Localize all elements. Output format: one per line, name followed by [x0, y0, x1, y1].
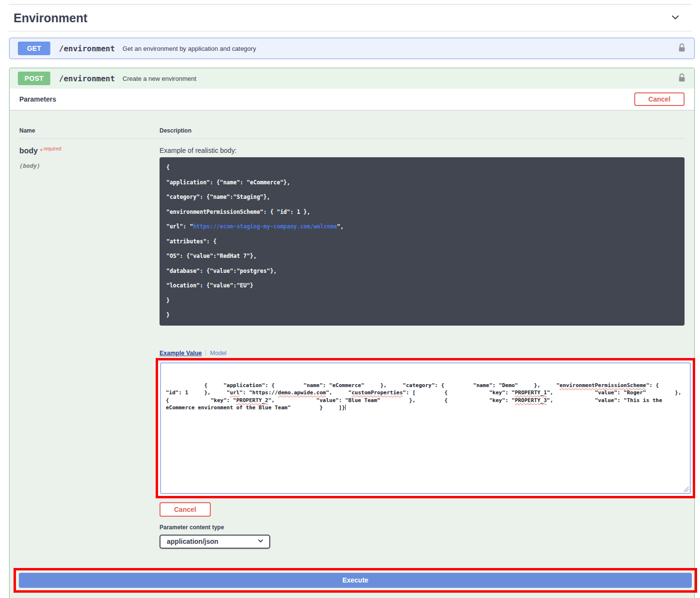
- content-type-select[interactable]: application/json: [160, 535, 270, 549]
- get-endpoint-summary[interactable]: GET /environment Get an environment by a…: [10, 38, 694, 59]
- post-method-badge: POST: [18, 72, 50, 85]
- post-endpoint-summary[interactable]: POST /environment Create a new environme…: [10, 68, 694, 89]
- tab-separator: [205, 350, 206, 356]
- post-endpoint-description: Create a new environment: [123, 75, 196, 82]
- tab-model[interactable]: Model: [210, 350, 227, 357]
- unlocked-icon: [678, 73, 686, 84]
- get-endpoint-path: /environment: [59, 44, 115, 53]
- parameters-table: Name Description body *required (body) E…: [10, 110, 694, 549]
- required-label: required: [44, 146, 61, 151]
- section-collapse-button[interactable]: [670, 12, 681, 24]
- example-body-intro: Example of realistic body:: [160, 147, 685, 154]
- execute-highlight-frame: Execute: [14, 568, 697, 593]
- textarea-highlight-frame: { "application": { "name": "eCommerce" }…: [156, 358, 695, 498]
- get-endpoint-description: Get an environment by application and ca…: [123, 45, 256, 52]
- body-parameter-name: body: [19, 147, 38, 155]
- parameters-table-head: Name Description: [19, 127, 685, 139]
- example-body-block: {"application": {"name": "eCommerce"},"c…: [160, 157, 685, 326]
- body-parameter-row: body *required (body) Example of realist…: [19, 139, 685, 549]
- get-endpoint-block: GET /environment Get an environment by a…: [9, 38, 695, 59]
- page-title: Environment: [14, 11, 88, 25]
- body-parameter-name-cell: body *required (body): [19, 146, 160, 549]
- cancel-try-out-button[interactable]: Cancel: [634, 92, 685, 106]
- cancel-body-button[interactable]: Cancel: [160, 502, 211, 517]
- content-type-label: Parameter content type: [160, 524, 685, 531]
- column-header-description: Description: [160, 127, 685, 134]
- tab-example-value[interactable]: Example Value: [160, 350, 202, 357]
- execute-button[interactable]: Execute: [19, 573, 692, 588]
- body-parameter-type: (body): [19, 163, 160, 169]
- post-endpoint-block: POST /environment Create a new environme…: [9, 68, 695, 598]
- column-header-name: Name: [19, 127, 160, 134]
- parameters-title: Parameters: [19, 95, 56, 103]
- get-method-badge: GET: [18, 42, 50, 55]
- post-auth-button[interactable]: [678, 73, 686, 84]
- resize-handle[interactable]: [684, 487, 689, 492]
- body-tabs: Example Value Model: [160, 350, 685, 357]
- body-parameter-description-cell: Example of realistic body: {"application…: [160, 146, 685, 549]
- body-value-editor[interactable]: { "application": { "name": "eCommerce" }…: [160, 362, 691, 494]
- get-auth-button[interactable]: [678, 43, 686, 54]
- swagger-page: Environment GET /environment Get an envi…: [0, 0, 700, 598]
- required-asterisk: *: [40, 147, 43, 155]
- environment-tag-header: Environment: [9, 5, 691, 31]
- chevron-down-icon: [670, 17, 681, 24]
- unlocked-icon: [678, 43, 686, 54]
- text-caret: [345, 404, 346, 410]
- post-endpoint-path: /environment: [59, 74, 115, 83]
- content-type-selected-value: application/json: [167, 538, 219, 545]
- chevron-down-icon: [257, 538, 264, 546]
- parameters-header-bar: Parameters Cancel: [10, 89, 694, 110]
